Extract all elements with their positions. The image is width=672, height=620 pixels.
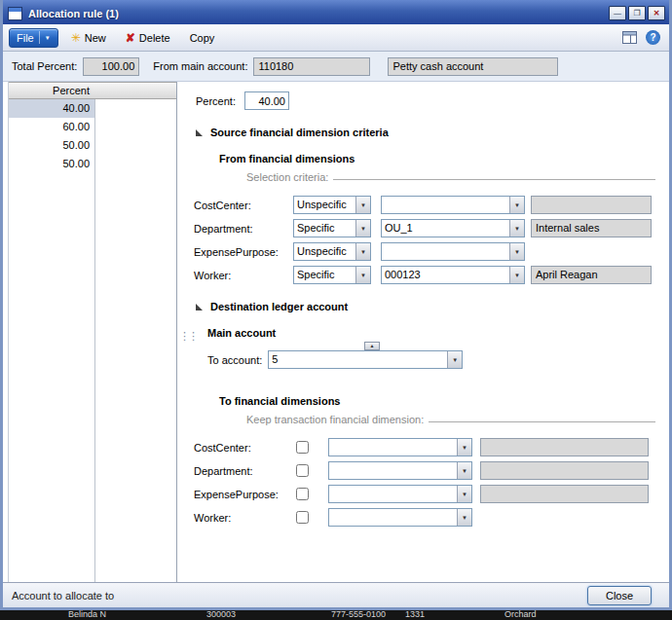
worker-keep-checkbox[interactable] bbox=[296, 511, 309, 524]
department-keep-checkbox[interactable] bbox=[296, 464, 309, 477]
expensepurpose-value bbox=[382, 243, 509, 260]
file-menu-button[interactable]: File ▼ bbox=[9, 28, 58, 48]
costcenter-value-combo[interactable]: ▼ bbox=[381, 196, 525, 214]
percent-row: Percent: bbox=[196, 91, 657, 110]
help-icon[interactable]: ? bbox=[646, 30, 660, 45]
delete-button[interactable]: ✘ Delete bbox=[119, 29, 177, 47]
grid-column-percent[interactable]: Percent bbox=[9, 85, 94, 96]
costcenter-keep-checkbox[interactable] bbox=[296, 441, 309, 454]
worker-display-field: April Reagan bbox=[531, 266, 652, 284]
divider bbox=[39, 31, 40, 44]
worker-value: 000123 bbox=[382, 267, 509, 283]
new-button[interactable]: ✳ New bbox=[64, 29, 113, 47]
minimize-button[interactable]: — bbox=[609, 6, 626, 20]
department-dest-combo[interactable]: ▼ bbox=[328, 461, 472, 480]
costcenter-mode-value: Unspecific bbox=[294, 197, 355, 213]
chevron-down-icon[interactable]: ▼ bbox=[457, 486, 471, 502]
copy-button[interactable]: Copy bbox=[183, 29, 222, 47]
chevron-down-icon[interactable]: ▼ bbox=[355, 267, 370, 283]
layout-icon[interactable] bbox=[622, 31, 637, 44]
worker-dest-value bbox=[329, 509, 457, 526]
department-dest-display-field bbox=[480, 461, 649, 480]
to-financial-dimensions-heading: To financial dimensions bbox=[219, 395, 657, 407]
total-percent-field: 100.00 bbox=[83, 57, 139, 76]
background-text-fragment: 777-555-0100 bbox=[331, 610, 386, 619]
minimize-icon: — bbox=[614, 10, 621, 18]
worker-label: Worker: bbox=[194, 270, 293, 281]
section-destination-title: Destination ledger account bbox=[210, 301, 348, 312]
costcenter-label: CostCenter: bbox=[194, 200, 293, 211]
section-source-header[interactable]: Source financial dimension criteria bbox=[196, 127, 657, 138]
grid-row-2[interactable]: 60.00 bbox=[9, 118, 176, 136]
chevron-down-icon[interactable]: ▼ bbox=[355, 197, 370, 213]
chevron-down-icon[interactable]: ▼ bbox=[509, 243, 524, 260]
collapse-icon bbox=[196, 129, 203, 136]
costcenter-dest-combo[interactable]: ▼ bbox=[328, 438, 472, 456]
expensepurpose-value-combo[interactable]: ▼ bbox=[381, 242, 525, 261]
detail-panel: Percent: Source financial dimension crit… bbox=[186, 82, 669, 582]
expensepurpose-keep-checkbox[interactable] bbox=[296, 488, 309, 500]
expensepurpose-mode-select[interactable]: Unspecific ▼ bbox=[293, 242, 371, 261]
chevron-down-icon[interactable]: ▼ bbox=[509, 267, 524, 283]
maximize-button[interactable]: ❐ bbox=[628, 6, 646, 20]
section-destination-header[interactable]: Destination ledger account bbox=[196, 301, 657, 312]
chevron-down-icon[interactable]: ▼ bbox=[457, 439, 471, 456]
worker-mode-select[interactable]: Specific ▼ bbox=[293, 266, 371, 284]
percent-input[interactable] bbox=[244, 91, 289, 110]
screen: Allocation rule (1) — ❐ ✕ File ▼ ✳ New ✘… bbox=[0, 0, 672, 620]
close-window-button[interactable]: ✕ bbox=[648, 6, 665, 20]
close-button[interactable]: Close bbox=[587, 586, 652, 605]
grid-column-divider bbox=[94, 99, 95, 582]
chevron-down-icon[interactable]: ▼ bbox=[447, 351, 462, 368]
maximize-icon: ❐ bbox=[633, 10, 640, 18]
total-percent-label: Total Percent: bbox=[12, 60, 77, 72]
department-dest-value bbox=[329, 462, 457, 479]
department-label: Department: bbox=[194, 223, 293, 235]
to-account-label: To account: bbox=[207, 354, 262, 366]
worker-value-combo[interactable]: 000123 ▼ bbox=[381, 266, 525, 284]
from-main-account-label: From main account: bbox=[153, 60, 247, 72]
spin-up-button[interactable]: ▲ bbox=[364, 342, 380, 350]
from-financial-dimensions-heading: From financial dimensions bbox=[219, 153, 657, 164]
section-source-title: Source financial dimension criteria bbox=[210, 127, 389, 138]
group-line bbox=[429, 421, 655, 422]
grid-cell-percent: 60.00 bbox=[9, 118, 94, 136]
source-row-worker: Worker: Specific ▼ 000123 ▼ April Reagan bbox=[194, 266, 657, 284]
collapse-icon bbox=[196, 304, 203, 310]
title-bar: Allocation rule (1) — ❐ ✕ bbox=[3, 0, 669, 24]
dest-row-expensepurpose: ExpensePurpose: ▼ bbox=[194, 485, 657, 503]
grid-row-3[interactable]: 50.00 bbox=[9, 136, 176, 155]
grid-row-1[interactable]: 40.00 bbox=[9, 99, 176, 118]
department-value-combo[interactable]: OU_1 ▼ bbox=[381, 219, 525, 237]
copy-button-label: Copy bbox=[190, 32, 215, 44]
background-window-row: Belinda N 300003 777-555-0100 1331 Orcha… bbox=[0, 610, 672, 620]
costcenter-dest-value bbox=[329, 439, 457, 456]
to-account-value: 5 bbox=[269, 351, 447, 368]
chevron-down-icon[interactable]: ▼ bbox=[457, 509, 471, 526]
window-title: Allocation rule (1) bbox=[28, 8, 603, 19]
chevron-down-icon[interactable]: ▼ bbox=[457, 462, 471, 479]
chevron-down-icon[interactable]: ▼ bbox=[355, 243, 370, 260]
close-icon: ✕ bbox=[653, 10, 660, 18]
department-mode-select[interactable]: Specific ▼ bbox=[293, 219, 371, 237]
grid-row-4[interactable]: 50.00 bbox=[9, 155, 176, 173]
costcenter-mode-select[interactable]: Unspecific ▼ bbox=[293, 196, 371, 214]
worker-mode-value: Specific bbox=[294, 267, 355, 283]
background-text-fragment: Orchard bbox=[504, 610, 537, 619]
splitter[interactable]: ⋮⋮ bbox=[177, 82, 186, 582]
selection-criteria-group: Selection criteria: bbox=[246, 171, 655, 183]
to-account-combo[interactable]: 5 ▼ bbox=[268, 350, 463, 369]
chevron-down-icon[interactable]: ▼ bbox=[509, 197, 524, 213]
costcenter-label: CostCenter: bbox=[194, 442, 293, 454]
worker-dest-combo[interactable]: ▼ bbox=[328, 508, 472, 527]
costcenter-value bbox=[382, 197, 509, 213]
percent-grid: Percent 40.00 60.00 50.00 50.00 bbox=[8, 82, 177, 582]
grid-header[interactable]: Percent bbox=[9, 82, 176, 99]
expensepurpose-dest-combo[interactable]: ▼ bbox=[328, 485, 472, 503]
chevron-down-icon[interactable]: ▼ bbox=[509, 220, 524, 237]
content-area: Percent 40.00 60.00 50.00 50.00 ⋮⋮ bbox=[3, 82, 669, 582]
caption-buttons: — ❐ ✕ bbox=[609, 6, 665, 20]
expensepurpose-mode-value: Unspecific bbox=[294, 243, 355, 260]
chevron-down-icon[interactable]: ▼ bbox=[355, 220, 370, 237]
dest-row-worker: Worker: ▼ bbox=[194, 508, 657, 527]
